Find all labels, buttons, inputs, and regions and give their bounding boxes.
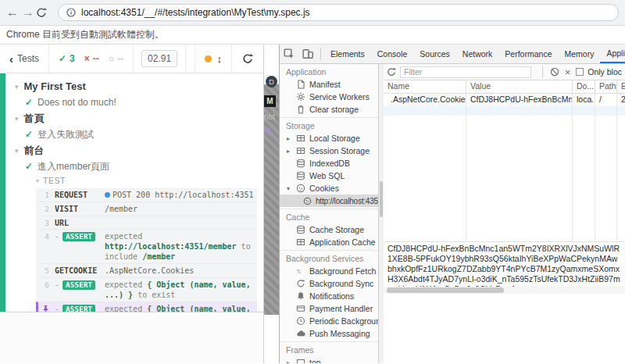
test-title: 進入member頁面 <box>38 160 109 173</box>
sidebar-item-session-storage[interactable]: ▸ Session Storage <box>280 145 378 157</box>
check-icon: ✓ <box>25 97 33 108</box>
column-value[interactable]: Value <box>466 80 573 93</box>
divider <box>542 66 543 78</box>
only-blocked-checkbox[interactable] <box>576 68 584 76</box>
bell-icon <box>296 291 305 301</box>
sidebar-item-manifest[interactable]: Manifest <box>280 78 378 91</box>
sidebar-item-service-workers[interactable]: Service Workers <box>280 91 378 103</box>
chevron-right-icon[interactable]: ▸ <box>287 135 292 142</box>
scrollbar-thumb[interactable] <box>380 181 383 217</box>
column-expires[interactable]: Ex <box>617 80 625 93</box>
refresh-icon[interactable] <box>387 67 396 77</box>
chevron-right-icon[interactable]: ▸ <box>287 359 292 364</box>
cookies-pane: × Only bloc Name Value Do... Path Ex .As… <box>384 64 625 363</box>
sidebar-item-background-sync[interactable]: Background Sync <box>280 277 378 290</box>
command-name: GETCOOKIE <box>55 266 105 276</box>
chevron-down-icon[interactable]: ▾ <box>287 185 292 192</box>
up-down-arrows-icon: ↑↓ <box>296 267 305 275</box>
column-domain[interactable]: Do... <box>573 80 595 93</box>
sidebar-item-local-storage[interactable]: ▸ Local Storage <box>280 132 378 145</box>
command-name: VISIT <box>55 204 105 214</box>
table-icon <box>296 134 305 143</box>
database-icon <box>296 171 305 180</box>
back-icon[interactable]: ← <box>5 6 20 19</box>
sidebar-item-cookies[interactable]: ▾ Cookies <box>280 182 378 194</box>
sidebar-item-periodic-background-sync[interactable]: Periodic Background Sync <box>280 315 378 327</box>
tab-elements[interactable]: Elements <box>324 45 371 63</box>
column-path[interactable]: Path <box>595 80 617 93</box>
sidebar-item-background-fetch[interactable]: ↑↓ Background Fetch <box>280 265 378 277</box>
back-to-tests-button[interactable]: ‹ Tests <box>0 45 49 73</box>
suite-my-first-test[interactable]: ▾ My First Test <box>15 78 263 95</box>
suite-frontend[interactable]: ▾ 前台 <box>15 142 263 159</box>
recording-dot-icon <box>205 55 212 62</box>
sidebar-item-indexeddb[interactable]: IndexedDB <box>280 157 378 170</box>
tab-memory[interactable]: Memory <box>558 45 600 63</box>
sidebar-item-application-cache[interactable]: Application Cache <box>280 236 378 248</box>
cookie-icon <box>296 184 305 193</box>
filter-input[interactable] <box>400 66 531 78</box>
tab-performance[interactable]: Performance <box>498 45 558 63</box>
command-row-visit[interactable]: 2 VISIT /member <box>36 202 257 216</box>
command-message <box>105 218 254 227</box>
address-bar[interactable]: localhost:4351/__/#/tests/integration\My… <box>58 4 619 21</box>
forward-icon[interactable]: → <box>20 6 36 19</box>
devtools-panel: Elements Console Sources Network Perform… <box>279 45 625 363</box>
command-name: - ASSERT <box>55 280 105 300</box>
aut-letterbox: M not d) <box>264 84 279 315</box>
attempt-section[interactable]: ▾ TEST <box>15 174 263 187</box>
frame-icon <box>296 358 305 363</box>
horizontal-scrollbar[interactable] <box>384 287 625 294</box>
command-row-assert-cookie[interactable]: 6 - ASSERT expected { Object (name, valu… <box>36 277 257 302</box>
caret-down-icon: ▾ <box>15 115 19 123</box>
tab-sources[interactable]: Sources <box>413 45 456 63</box>
auto-scroll-toggle[interactable]: ↕ <box>195 45 232 73</box>
cookie-row[interactable]: .AspNetCore.Cookies CfDJ8HCPdU-hFexBnBcM… <box>384 94 625 106</box>
sidebar-item-clear-storage[interactable]: Clear storage <box>280 103 378 116</box>
duration-value: 02.91 <box>141 50 177 67</box>
inspect-element-icon[interactable] <box>280 48 298 59</box>
sidebar-item-payment-handler[interactable]: Payment Handler <box>280 302 378 315</box>
command-number: 2 <box>38 204 55 214</box>
scrollbar-thumb[interactable] <box>387 287 504 293</box>
command-row-getcookie[interactable]: 5 GETCOOKIE .AspNetCore.Cookies <box>36 263 257 277</box>
clear-cookies-icon[interactable] <box>550 67 559 77</box>
tab-console[interactable]: Console <box>371 45 414 63</box>
tab-network[interactable]: Network <box>456 45 499 63</box>
command-message: expected { Object (name, value, ...) } t… <box>105 304 254 312</box>
sidebar-item-cache-storage[interactable]: Cache Storage <box>280 223 378 236</box>
rerun-button[interactable] <box>231 45 263 73</box>
sidebar-item-notifications[interactable]: Notifications <box>280 290 378 302</box>
command-row-url[interactable]: 3 URL <box>36 216 257 229</box>
column-name[interactable]: Name <box>384 80 466 93</box>
cookie-domain: loca... <box>573 94 595 106</box>
command-row-assert-url[interactable]: 4 - ASSERT expected http://localhost:435… <box>36 229 257 263</box>
chevron-right-icon[interactable]: ▸ <box>287 148 292 155</box>
suite-homepage[interactable]: ▾ 首頁 <box>15 110 263 127</box>
suite-title: My First Test <box>24 80 86 92</box>
test-does-not-do-much[interactable]: ✓ Does not do much! <box>15 95 263 110</box>
delete-icon[interactable]: × <box>563 67 573 77</box>
device-toolbar-icon[interactable] <box>298 48 317 59</box>
tab-application[interactable]: Application <box>600 45 625 63</box>
command-row-assert-pinned[interactable]: - ASSERT expected { Object (name, value,… <box>36 302 257 312</box>
sidebar-item-push-messaging[interactable]: Push Messaging <box>280 327 378 340</box>
file-icon <box>296 80 305 89</box>
section-cache: Cache <box>280 211 378 223</box>
cookie-table-header: Name Value Do... Path Ex <box>384 80 625 94</box>
reload-icon[interactable] <box>36 7 52 18</box>
sidebar-item-web-sql[interactable]: Web SQL <box>280 170 378 182</box>
cookies-toolbar: × Only bloc <box>384 64 625 80</box>
test-login-fail[interactable]: ✓ 登入失敗測試 <box>15 127 263 142</box>
check-icon: ✓ <box>59 53 66 64</box>
command-message: POST 200 http://localhost:4351/Account… <box>105 190 254 200</box>
sidebar-item-frame-top[interactable]: ▸ top <box>280 356 378 363</box>
cookie-value-preview[interactable]: CfDJ8HCPdU-hFexBnBcMnc1an5WTm2Y8IXRXlVJx… <box>384 241 625 287</box>
sidebar-item-cookies-localhost[interactable]: http://localhost:4351 <box>280 194 378 207</box>
test-enter-member-page[interactable]: ✓ 進入member頁面 <box>15 159 263 174</box>
cookie-row-empty[interactable] <box>384 106 625 116</box>
info-icon[interactable] <box>66 8 76 17</box>
pin-icon[interactable] <box>38 304 55 312</box>
command-row-request[interactable]: 1 REQUEST POST 200 http://localhost:4351… <box>36 188 257 202</box>
section-background-services: Background Services <box>280 252 378 265</box>
